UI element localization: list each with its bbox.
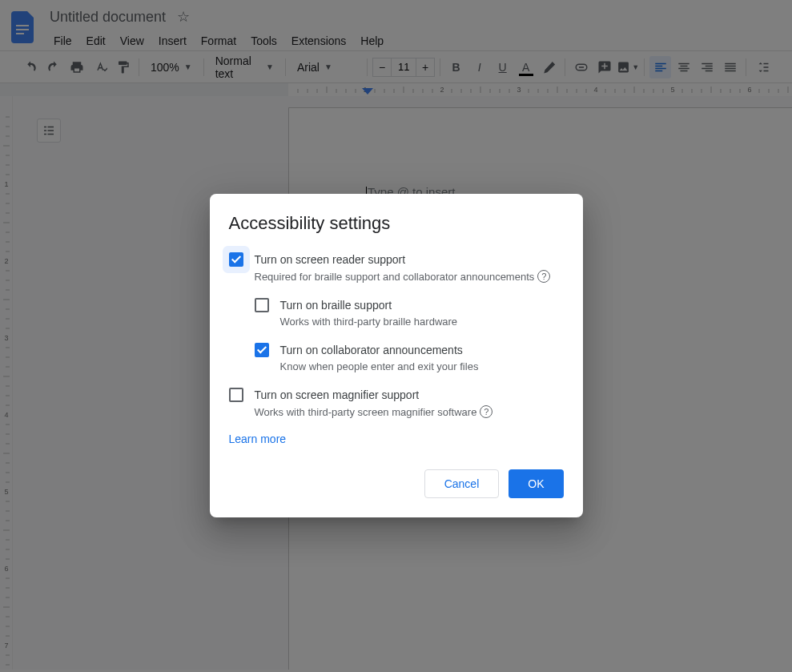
dialog-title: Accessibility settings [229, 213, 564, 234]
learn-more-link[interactable]: Learn more [229, 433, 287, 445]
modal-overlay: Accessibility settings Turn on screen re… [0, 0, 792, 672]
option-description: Works with third-party braille hardware [280, 316, 458, 328]
option-label: Turn on screen magnifier support [255, 387, 493, 403]
checkbox-magnifier[interactable] [229, 388, 243, 402]
help-icon[interactable]: ? [537, 270, 550, 283]
option-description: Works with third-party screen magnifier … [255, 406, 477, 418]
cancel-button[interactable]: Cancel [424, 469, 500, 498]
checkbox-screen-reader[interactable] [229, 252, 243, 267]
option-label: Turn on screen reader support [255, 251, 551, 268]
checkbox-collab-announce[interactable] [255, 343, 269, 357]
option-collab-announce: Turn on collaborator announcements Know … [255, 342, 564, 372]
option-magnifier: Turn on screen magnifier support Works w… [229, 387, 564, 418]
accessibility-settings-dialog: Accessibility settings Turn on screen re… [210, 194, 583, 517]
option-screen-reader: Turn on screen reader support Required f… [229, 251, 564, 283]
option-description: Know when people enter and exit your fil… [280, 360, 479, 372]
option-label: Turn on collaborator announcements [280, 342, 479, 358]
checkbox-braille[interactable] [255, 298, 269, 312]
option-braille: Turn on braille support Works with third… [255, 297, 564, 328]
option-description: Required for braille support and collabo… [255, 271, 535, 283]
dialog-actions: Cancel OK [229, 469, 564, 498]
option-label: Turn on braille support [280, 297, 458, 313]
help-icon[interactable]: ? [480, 405, 492, 418]
ok-button[interactable]: OK [509, 469, 563, 498]
